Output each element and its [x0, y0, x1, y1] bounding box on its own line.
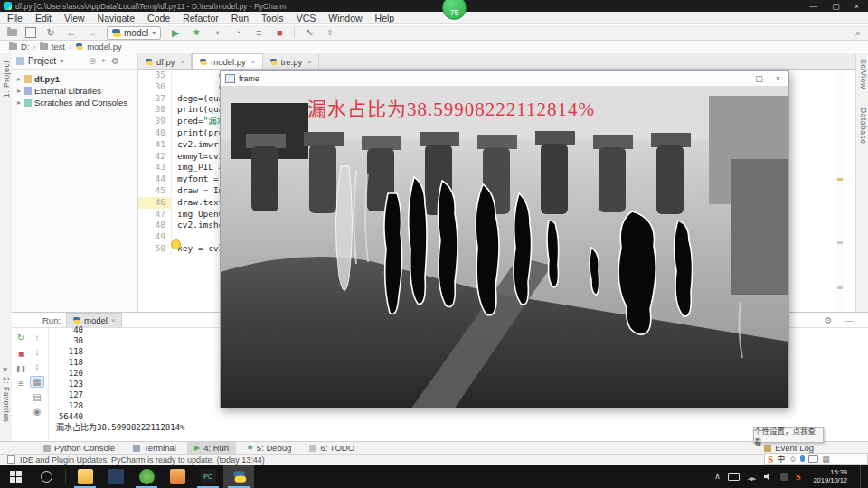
profiler-icon[interactable]: ◔ — [231, 26, 244, 39]
taskbar-app-dark[interactable] — [100, 465, 131, 488]
sync-icon[interactable]: ↻ — [44, 26, 57, 39]
keyboard-icon[interactable] — [808, 455, 818, 463]
open-icon[interactable] — [7, 29, 17, 36]
tab-tre-py[interactable]: tre.py × — [263, 54, 319, 69]
down-stack-icon[interactable]: ↓ — [30, 347, 44, 357]
up-stack-icon[interactable]: ↑ — [30, 333, 44, 343]
hide-panel-icon[interactable]: — — [125, 56, 133, 66]
toolwin-debug[interactable]: ✱ 5: Debug — [240, 442, 298, 455]
sogou-tray-icon[interactable]: S — [796, 472, 801, 482]
forward-icon[interactable]: → — [86, 26, 99, 39]
ime-mode-chinese[interactable]: 中 — [777, 453, 785, 465]
opencv-frame-window[interactable]: frame ▢ × — [220, 70, 789, 408]
toolwin-python-console[interactable]: Python Console — [36, 442, 122, 455]
menu-file[interactable]: File — [7, 13, 23, 23]
gear-icon[interactable]: ⚙ — [825, 315, 833, 325]
breadcrumb-test[interactable]: test — [52, 42, 65, 52]
tree-arrow-icon[interactable]: ▸ — [17, 75, 21, 83]
tab-df-py[interactable]: df.py × — [138, 54, 192, 69]
tree-item-scratches[interactable]: ▸ Scratches and Consoles — [17, 97, 137, 108]
smiley-icon[interactable]: ☺ — [788, 455, 797, 464]
toolbox-grid-icon[interactable]: ▦ — [822, 455, 830, 464]
close-tab-icon[interactable]: × — [181, 58, 185, 66]
menu-edit[interactable]: Edit — [35, 13, 52, 23]
print-icon[interactable]: ▤ — [30, 392, 44, 402]
show-desktop-button[interactable] — [860, 465, 864, 488]
menu-code[interactable]: Code — [147, 13, 170, 23]
tree-item-root[interactable]: ▸ df.py1 — [17, 73, 137, 85]
start-button[interactable] — [0, 465, 31, 488]
frame-close-icon[interactable]: × — [776, 74, 780, 83]
toolwin-todo[interactable]: 6: TODO — [302, 442, 362, 455]
minimize-icon[interactable]: — — [809, 2, 817, 11]
sogou-logo-icon[interactable]: S — [768, 454, 773, 465]
intention-bulb-icon[interactable] — [171, 239, 181, 249]
menu-navigate[interactable]: Navigate — [98, 13, 135, 23]
pin-icon[interactable]: ◉ — [30, 407, 44, 417]
pause-icon[interactable]: ❚❚ — [14, 365, 27, 372]
close-tab-icon[interactable]: × — [251, 58, 256, 66]
run-button[interactable]: ▶ — [169, 26, 182, 39]
taskbar-app-orange[interactable] — [162, 465, 193, 488]
tree-item-external-libraries[interactable]: ▸ External Libraries — [17, 85, 137, 97]
run-configuration-select[interactable]: model ▾ — [107, 26, 161, 40]
coverage-icon[interactable]: ◖ — [211, 26, 223, 39]
taskbar-clock[interactable]: 15:39 2019/10/12 — [807, 468, 853, 484]
search-everywhere-icon[interactable]: ⌕ — [855, 27, 861, 39]
menu-window[interactable]: Window — [328, 13, 362, 23]
ime-toolbar[interactable]: S 中 ☺ ▦ — [764, 453, 868, 465]
frame-restore-icon[interactable]: ▢ — [755, 74, 763, 83]
stop-icon[interactable]: ■ — [14, 349, 27, 359]
stripe-favorites-button[interactable]: 2: Favorites — [2, 377, 11, 422]
status-message[interactable]: IDE and Plugin Updates: PyCharm is ready… — [20, 455, 265, 465]
menu-help[interactable]: Help — [375, 13, 395, 23]
taskbar-file-explorer[interactable] — [70, 465, 100, 488]
stripe-database-button[interactable]: Database — [859, 108, 868, 144]
tree-arrow-icon[interactable]: ▸ — [17, 99, 21, 107]
run-with-icon[interactable]: ≡ — [252, 26, 265, 39]
soft-wrap-icon[interactable]: ▦ — [30, 376, 44, 388]
back-icon[interactable]: ← — [65, 26, 78, 39]
tray-app-icon[interactable] — [780, 473, 788, 481]
upload-icon[interactable]: ⇧ — [324, 26, 336, 39]
hide-panel-icon[interactable]: — — [845, 315, 854, 325]
breadcrumb-file[interactable]: model.py — [87, 42, 122, 52]
caret-down-icon[interactable]: ▾ — [60, 57, 63, 65]
microphone-icon[interactable] — [800, 455, 805, 462]
collapse-all-icon[interactable]: ÷ — [101, 56, 106, 66]
restore-icon[interactable]: ▢ — [832, 2, 840, 11]
taskbar-app-green[interactable] — [131, 465, 162, 488]
speaker-icon[interactable] — [764, 473, 773, 481]
toolwin-run[interactable]: ▶ 4: Run — [187, 442, 236, 455]
save-icon[interactable] — [25, 27, 36, 38]
stripe-sciview-button[interactable]: SciView — [859, 59, 868, 89]
hidden-icons-chevron[interactable]: ∧ — [714, 472, 721, 481]
close-tab-icon[interactable]: × — [111, 316, 116, 324]
tree-arrow-icon[interactable]: ▸ — [17, 87, 21, 95]
ime-tooltip[interactable]: 个性设置，点我查看 — [753, 427, 824, 443]
stripe-project-button[interactable]: 1: Project — [2, 61, 11, 98]
locate-icon[interactable]: ◎ — [89, 56, 96, 66]
close-tab-icon[interactable]: × — [307, 58, 312, 66]
rerun-icon[interactable]: ↻ — [14, 333, 27, 343]
restore-layout-icon[interactable]: ≡ — [14, 379, 27, 389]
menu-refactor[interactable]: Refactor — [183, 13, 219, 23]
scroll-end-icon[interactable]: ↕ — [30, 361, 44, 371]
close-icon[interactable]: × — [854, 2, 859, 11]
taskbar-search-button[interactable] — [31, 465, 61, 488]
gear-icon[interactable]: ⚙ — [111, 56, 119, 66]
debug-bug-icon[interactable]: ✱ — [190, 26, 203, 39]
taskbar-python-window[interactable] — [223, 465, 254, 488]
wrench-icon[interactable]: 🔧︎ — [303, 26, 316, 39]
tab-model-py[interactable]: model.py × — [192, 53, 262, 69]
frame-titlebar[interactable]: frame ▢ × — [221, 71, 788, 87]
menu-vcs[interactable]: VCS — [297, 13, 316, 23]
taskbar-pycharm[interactable]: PC — [193, 465, 223, 488]
toolwin-terminal[interactable]: Terminal — [126, 442, 184, 455]
menu-run[interactable]: Run — [231, 13, 249, 23]
wifi-icon[interactable] — [747, 473, 757, 481]
breadcrumb-drive[interactable]: D: — [21, 42, 30, 52]
menu-tools[interactable]: Tools — [261, 13, 284, 23]
project-panel-title[interactable]: Project — [28, 56, 56, 66]
stop-icon[interactable]: ■ — [273, 26, 286, 39]
